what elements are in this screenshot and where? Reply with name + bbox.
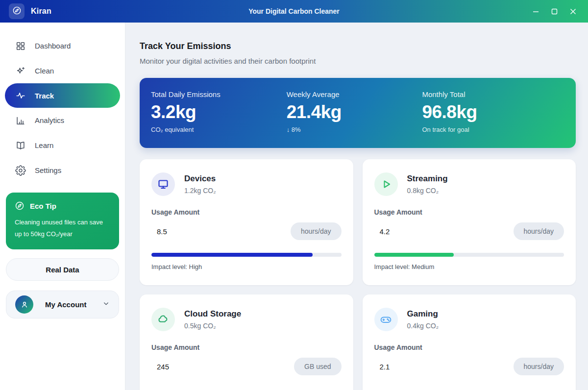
usage-input[interactable]	[374, 359, 443, 375]
usage-input[interactable]	[151, 223, 220, 240]
eco-tip-title: Eco Tip	[30, 202, 56, 210]
activity-icon	[15, 90, 26, 101]
avatar	[15, 295, 33, 314]
app-logo	[9, 3, 24, 19]
unit-badge: GB used	[294, 358, 341, 375]
stat-value: 3.2kg	[151, 102, 287, 122]
close-icon	[569, 8, 577, 15]
maximize-icon	[551, 8, 558, 15]
stat-sub: ↓ 8%	[287, 126, 422, 133]
leaf-icon	[15, 201, 24, 211]
card-gaming: Gaming 0.4kg CO₂ Usage Amount hours/day	[363, 294, 576, 390]
cards-grid: Devices 1.2kg CO₂ Usage Amount hours/day…	[140, 159, 576, 390]
maximize-button[interactable]	[545, 3, 564, 20]
gear-icon	[15, 165, 26, 176]
usage-input[interactable]	[374, 223, 443, 240]
streaming-icon-circle	[374, 172, 398, 196]
sidebar-item-settings[interactable]: Settings	[0, 158, 125, 183]
card-emission: 0.4kg CO₂	[407, 322, 439, 330]
account-label: My Account	[45, 300, 86, 309]
unit-badge: hours/day	[514, 222, 564, 240]
sidebar-item-label: Track	[35, 92, 54, 100]
card-cloud-storage: Cloud Storage 0.5kg CO₂ Usage Amount GB …	[140, 294, 353, 390]
eco-tip-body: Cleaning unused files can save up to 50k…	[15, 217, 110, 240]
usage-label: Usage Amount	[374, 208, 564, 216]
sparkles-icon	[15, 66, 26, 76]
unit-badge: hours/day	[514, 358, 564, 375]
card-emission: 0.5kg CO₂	[184, 322, 241, 330]
user-icon	[20, 300, 29, 309]
account-button[interactable]: My Account	[6, 291, 119, 318]
sidebar-item-track[interactable]: Track	[5, 83, 120, 108]
card-title: Gaming	[407, 309, 439, 319]
progress-fill	[151, 253, 313, 257]
impact-label: Impact level: Medium	[374, 263, 564, 270]
window-controls	[526, 3, 588, 20]
stat-value: 21.4kg	[287, 102, 422, 122]
book-icon	[15, 140, 26, 151]
card-title: Devices	[184, 174, 216, 184]
card-emission: 1.2kg CO₂	[184, 187, 216, 195]
impact-label: Impact level: High	[151, 263, 342, 270]
cloud-icon	[157, 314, 169, 325]
monitor-icon	[157, 178, 169, 190]
usage-input[interactable]	[151, 359, 220, 375]
sidebar: Dashboard Clean Track	[0, 23, 125, 390]
usage-label: Usage Amount	[151, 208, 342, 216]
progress-track	[374, 253, 564, 257]
cloud-icon-circle	[151, 308, 175, 331]
dashboard-grid-icon	[15, 41, 26, 51]
progress-fill	[374, 253, 454, 257]
play-icon	[380, 178, 392, 190]
eco-tip-card: Eco Tip Cleaning unused files can save u…	[6, 193, 119, 249]
gamepad-icon	[380, 314, 392, 326]
gaming-icon-circle	[374, 308, 398, 331]
stat-sub: CO₂ equivalent	[151, 126, 287, 133]
sidebar-item-analytics[interactable]: Analytics	[0, 108, 125, 133]
window-title: Your Digital Carbon Cleaner	[0, 7, 588, 15]
unit-badge: hours/day	[291, 222, 341, 240]
close-button[interactable]	[564, 3, 582, 20]
minimize-icon	[532, 8, 539, 15]
progress-track	[151, 253, 342, 257]
stat-label: Weekly Average	[287, 90, 422, 98]
card-title: Streaming	[407, 174, 448, 184]
main-panel: Track Your Emissions Monitor your digita…	[125, 23, 588, 390]
app-name: Kiran	[31, 7, 51, 16]
page-title: Track Your Emissions	[140, 41, 576, 51]
sidebar-item-clean[interactable]: Clean	[0, 58, 125, 83]
sidebar-item-dashboard[interactable]: Dashboard	[0, 33, 125, 58]
stat-monthly-total: Monthly Total 96.8kg On track for goal	[422, 90, 564, 136]
stat-label: Total Daily Emissions	[151, 90, 287, 98]
card-devices: Devices 1.2kg CO₂ Usage Amount hours/day…	[140, 159, 353, 285]
stat-value: 96.8kg	[422, 102, 564, 122]
bar-chart-icon	[15, 115, 26, 126]
titlebar: Kiran Your Digital Carbon Cleaner	[0, 0, 588, 23]
real-data-label: Real Data	[46, 266, 79, 274]
summary-banner: Total Daily Emissions 3.2kg CO₂ equivale…	[140, 78, 576, 148]
device-icon-circle	[151, 172, 175, 196]
sidebar-item-label: Dashboard	[35, 42, 71, 50]
card-emission: 0.8kg CO₂	[407, 187, 448, 195]
stat-sub: On track for goal	[422, 126, 564, 133]
sidebar-item-label: Learn	[35, 141, 53, 149]
stat-label: Monthly Total	[422, 90, 564, 98]
stat-weekly-average: Weekly Average 21.4kg ↓ 8%	[287, 90, 422, 136]
chevron-down-icon	[102, 300, 110, 309]
minimize-button[interactable]	[526, 3, 545, 20]
card-title: Cloud Storage	[184, 309, 241, 319]
sidebar-item-label: Clean	[35, 67, 54, 75]
card-streaming: Streaming 0.8kg CO₂ Usage Amount hours/d…	[363, 159, 576, 285]
leaf-icon	[12, 6, 22, 17]
sidebar-item-label: Analytics	[35, 116, 64, 124]
page-subtitle: Monitor your digital activities and thei…	[140, 57, 576, 65]
sidebar-item-learn[interactable]: Learn	[0, 133, 125, 158]
real-data-button[interactable]: Real Data	[6, 258, 119, 281]
stat-total-daily: Total Daily Emissions 3.2kg CO₂ equivale…	[151, 90, 287, 136]
sidebar-item-label: Settings	[35, 166, 61, 174]
usage-label: Usage Amount	[151, 343, 342, 351]
app-window: Kiran Your Digital Carbon Cleaner Dash	[0, 0, 588, 390]
usage-label: Usage Amount	[374, 343, 564, 351]
